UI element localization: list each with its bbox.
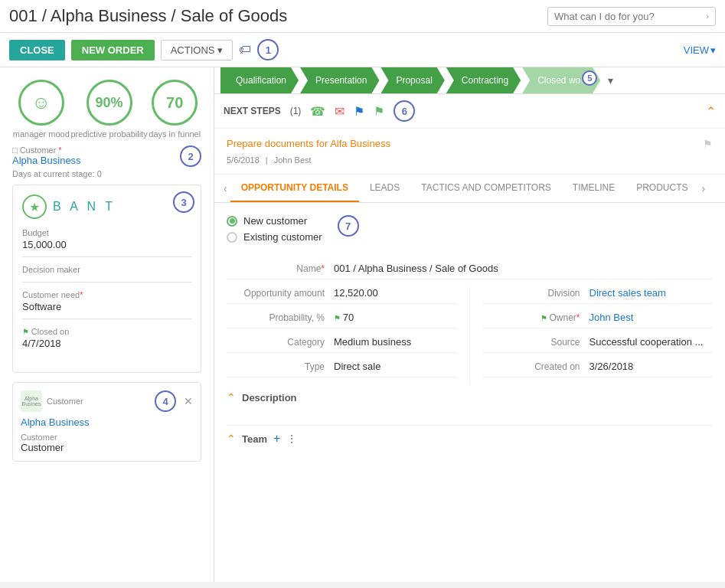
team-add-icon[interactable]: + <box>273 432 280 446</box>
close-card-icon[interactable]: ✕ <box>184 395 193 407</box>
description-section[interactable]: ⌃ Description <box>227 385 713 410</box>
amount-row: Opportunity amount 12,520.00 <box>227 287 457 304</box>
created-on-value: 3/26/2018 <box>589 361 714 372</box>
source-row: Source Successful cooperation ... <box>482 336 714 353</box>
step-badge-7: 7 <box>338 215 359 237</box>
type-value: Direct sale <box>334 361 457 372</box>
category-value: Medium business <box>334 336 457 348</box>
source-value: Successful cooperation ... <box>589 336 714 348</box>
customer-type-radio: New customer Existing customer <box>227 215 322 243</box>
task-meta: 5/6/2018 | John Best <box>227 155 713 165</box>
type-row: Type Direct sale <box>227 361 457 377</box>
days-label: days in funnel <box>149 129 201 139</box>
probability-label: predictive probability <box>70 129 147 139</box>
next-steps-count: (1) <box>290 106 302 116</box>
header: 001 / Alpha Business / Sale of Goods › <box>0 0 725 33</box>
new-order-button[interactable]: NEW ORDER <box>71 40 155 60</box>
mood-circle: ☺ <box>18 80 64 126</box>
tab-leads[interactable]: LEADS <box>359 175 410 202</box>
owner-value[interactable]: John Best <box>589 312 714 323</box>
division-value[interactable]: Direct sales team <box>589 287 714 299</box>
new-customer-radio[interactable] <box>227 216 237 227</box>
days-funnel-metric: 70 days in funnel <box>149 80 201 139</box>
stage-presentation[interactable]: Presentation <box>300 67 379 93</box>
tag-icon[interactable]: 🏷 <box>239 43 251 57</box>
mood-label: manager mood <box>13 129 70 139</box>
amount-value: 12,520.00 <box>334 287 457 299</box>
task-flag-icon[interactable]: ⚑ <box>703 138 713 150</box>
customer-logo: AlphaBusines <box>21 390 42 412</box>
probability-circle: 90% <box>87 80 132 126</box>
existing-customer-label: Existing customer <box>243 231 322 243</box>
step-badge-4: 4 <box>155 390 176 412</box>
bant-header: ★ B A N T <box>22 194 191 219</box>
stage-closed[interactable]: Closed wo... 5 <box>522 67 600 93</box>
tab-opportunity-details[interactable]: OPPORTUNITY DETAILS <box>230 175 359 202</box>
bant-budget: Budget 15,000.00 <box>22 228 191 257</box>
created-on-row: Created on 3/26/2018 <box>482 361 714 377</box>
next-steps-label: NEXT STEPS <box>224 106 281 116</box>
division-label: Division <box>482 288 589 299</box>
stage-dropdown-icon[interactable]: ▾ <box>602 68 619 93</box>
probability-field-value: ⚑ 70 <box>334 312 457 323</box>
name-field-label: Name <box>227 263 334 274</box>
name-row: Name 001 / Alpha Business / Sale of Good… <box>227 263 713 279</box>
task-text: Prepare documents for Alfa Business <box>227 138 390 149</box>
metrics-row: ☺ manager mood 90% predictive probabilit… <box>12 80 201 139</box>
new-customer-option[interactable]: New customer <box>227 215 322 227</box>
division-row: Division Direct sales team <box>482 287 714 304</box>
stage-qualification[interactable]: Qualification <box>220 67 299 93</box>
source-label: Source <box>482 337 589 348</box>
stage-contracting[interactable]: Contracting <box>446 67 521 93</box>
chevron-down-icon: ▾ <box>710 44 716 56</box>
tab-timeline[interactable]: TIMELINE <box>562 175 625 202</box>
search-input[interactable] <box>554 11 706 22</box>
bant-section: ★ B A N T 3 Budget 15,000.00 Decision ma… <box>12 185 201 373</box>
customer-card-name[interactable]: Alpha Business <box>21 416 193 428</box>
manager-mood-metric: ☺ manager mood <box>13 80 70 139</box>
team-label: Team <box>242 433 267 445</box>
tabs-bar: ‹ OPPORTUNITY DETAILS LEADS TACTICS AND … <box>214 175 725 203</box>
chevron-right-icon: › <box>706 11 709 21</box>
existing-customer-radio[interactable] <box>227 232 237 243</box>
created-on-label: Created on <box>482 361 589 372</box>
actions-button[interactable]: ACTIONS ▾ <box>161 40 234 60</box>
task-date: 5/6/2018 <box>227 155 260 165</box>
form-content: New customer Existing customer 7 Name 00… <box>214 203 725 582</box>
customer-type-value: Customer <box>21 442 193 453</box>
tab-nav-left[interactable]: ‹ <box>220 176 230 201</box>
search-bar[interactable]: › <box>547 7 716 26</box>
tab-tactics[interactable]: TACTICS AND COMPETITORS <box>410 175 562 202</box>
category-row: Category Medium business <box>227 336 457 353</box>
customer-label: □ Customer* <box>12 145 102 155</box>
collapse-icon[interactable]: ⌃ <box>706 104 716 119</box>
step-badge-6: 6 <box>394 100 415 122</box>
flag-green-icon[interactable]: ⚑ <box>374 104 384 119</box>
flag-blue-icon[interactable]: ⚑ <box>354 104 364 119</box>
view-button[interactable]: VIEW ▾ <box>684 44 716 56</box>
tab-products[interactable]: PRODUCTS <box>625 175 698 202</box>
tab-nav-right[interactable]: › <box>699 176 709 201</box>
stage-proposal[interactable]: Proposal <box>380 67 444 93</box>
close-button[interactable]: CLOSE <box>9 40 65 60</box>
probability-field-label: Probability, % <box>227 312 334 323</box>
bant-closed-on: ⚑ Closed on 4/7/2018 <box>22 327 191 355</box>
stage-bar: Qualification Presentation Proposal Cont… <box>214 67 725 94</box>
phone-icon[interactable]: ☎ <box>310 104 325 119</box>
team-toggle-icon: ⌃ <box>227 433 236 445</box>
email-icon[interactable]: ✉ <box>335 104 345 119</box>
category-label: Category <box>227 337 334 348</box>
task-author: John Best <box>274 155 312 165</box>
team-more-icon[interactable]: ⋮ <box>286 433 297 445</box>
customer-value[interactable]: Alpha Business <box>12 155 102 166</box>
name-field-value: 001 / Alpha Business / Sale of Goods <box>334 263 713 274</box>
next-steps-bar: NEXT STEPS (1) ☎ ✉ ⚑ ⚑ 6 ⌃ <box>214 94 725 129</box>
bant-customer-need: Customer need* Software <box>22 290 191 319</box>
page-title: 001 / Alpha Business / Sale of Goods <box>9 6 287 26</box>
days-stage-info: Days at current stage: 0 <box>12 169 102 178</box>
bant-title: B A N T <box>53 200 116 214</box>
days-circle: 70 <box>152 80 198 126</box>
step-badge-2: 2 <box>180 145 201 167</box>
chevron-down-icon: ▾ <box>217 44 223 56</box>
existing-customer-option[interactable]: Existing customer <box>227 231 322 243</box>
